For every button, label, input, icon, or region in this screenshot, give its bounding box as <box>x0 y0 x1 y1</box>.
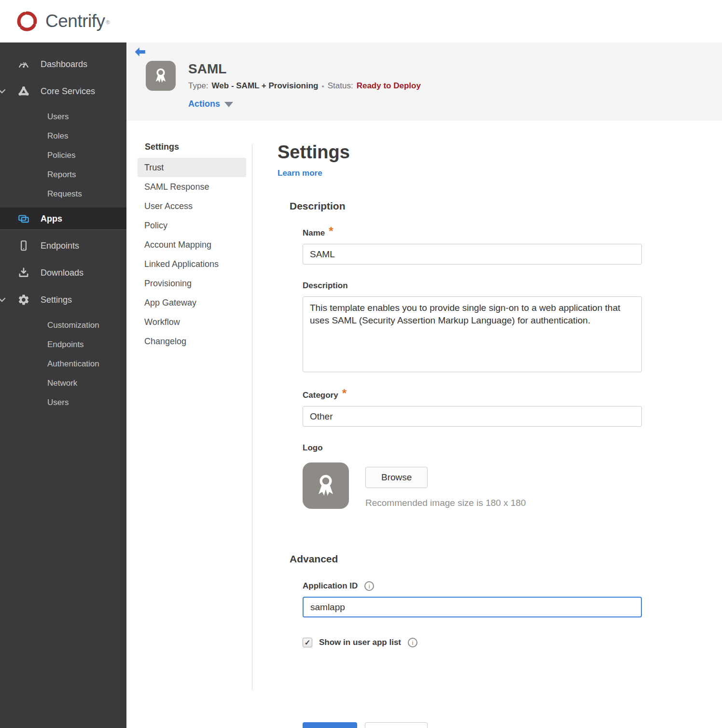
status-value: Ready to Deploy <box>357 81 421 91</box>
show-in-user-app-list-checkbox[interactable]: ✓ <box>303 638 312 647</box>
category-input[interactable] <box>303 406 642 427</box>
sidebar-item-endpoints[interactable]: Endpoints <box>0 235 126 257</box>
caret-down-icon <box>224 102 233 107</box>
description-section-heading: Description <box>290 200 642 212</box>
app-title: SAML <box>188 61 421 77</box>
settings-subnav: Customization Endpoints Authentication N… <box>0 316 126 412</box>
sidebar-item-policies[interactable]: Policies <box>0 146 126 165</box>
core-services-icon <box>17 85 30 98</box>
description-textarea[interactable]: This template enables you to provide sin… <box>303 296 642 372</box>
name-label: Name <box>303 228 325 238</box>
settings-icon <box>17 294 30 306</box>
subnav-item-account-mapping[interactable]: Account Mapping <box>138 235 246 254</box>
required-asterisk: * <box>342 391 347 396</box>
app-header: SAML Type: Web - SAML + Provisioning • S… <box>126 42 722 121</box>
sidebar-item-customization[interactable]: Customization <box>0 316 126 335</box>
name-input[interactable] <box>303 244 642 265</box>
sidebar-item-label: Apps <box>41 214 62 224</box>
subnav-item-provisioning[interactable]: Provisioning <box>138 274 246 293</box>
show-in-user-app-list-label: Show in user app list <box>319 638 401 647</box>
centrify-logo: Centrify® <box>14 9 110 34</box>
topbar: Centrify® <box>0 0 722 42</box>
subnav-item-linked-applications[interactable]: Linked Applications <box>138 254 246 274</box>
sidebar-item-apps[interactable]: Apps <box>0 208 126 230</box>
sidebar-item-reports[interactable]: Reports <box>0 165 126 184</box>
page-title: Settings <box>278 142 642 163</box>
sidebar-item-dashboards[interactable]: Dashboards <box>0 53 126 75</box>
sidebar-item-settings[interactable]: Settings <box>0 289 126 311</box>
sidebar: Dashboards Core Services Users <box>0 42 126 728</box>
application-id-label: Application ID <box>303 581 358 591</box>
sidebar-item-label: Core Services <box>41 86 95 97</box>
sidebar-item-authentication[interactable]: Authentication <box>0 354 126 374</box>
advanced-section-heading: Advanced <box>290 553 642 565</box>
subnav-title: Settings <box>145 142 252 152</box>
sidebar-item-users-settings[interactable]: Users <box>0 393 126 412</box>
apps-icon <box>17 212 30 225</box>
centrify-swirl-icon <box>14 9 40 34</box>
browse-button[interactable]: Browse <box>365 467 428 488</box>
content: SAML Type: Web - SAML + Provisioning • S… <box>126 42 722 728</box>
learn-more-link[interactable]: Learn more <box>278 168 322 178</box>
sidebar-item-network[interactable]: Network <box>0 374 126 393</box>
status-label: Status: <box>328 81 353 91</box>
required-asterisk: * <box>329 228 333 234</box>
cancel-button[interactable]: Cancel <box>365 722 428 728</box>
app-meta: Type: Web - SAML + Provisioning • Status… <box>188 81 421 91</box>
type-value: Web - SAML + Provisioning <box>212 81 319 91</box>
info-icon[interactable]: i <box>408 638 417 647</box>
dashboard-icon <box>17 58 30 70</box>
subnav-item-workflow[interactable]: Workflow <box>138 312 246 332</box>
application-id-input[interactable] <box>303 597 642 617</box>
ribbon-icon <box>312 472 340 500</box>
logo-preview <box>303 462 349 509</box>
downloads-icon <box>17 266 30 279</box>
registered-mark: ® <box>106 19 110 25</box>
sidebar-item-label: Endpoints <box>41 241 79 251</box>
sidebar-item-roles[interactable]: Roles <box>0 126 126 146</box>
sidebar-item-users[interactable]: Users <box>0 107 126 126</box>
logo-size-hint: Recommended image size is 180 x 180 <box>365 498 526 508</box>
sidebar-item-label: Dashboards <box>41 59 87 70</box>
subnav-item-app-gateway[interactable]: App Gateway <box>138 293 246 312</box>
brand-name: Centrify <box>45 11 105 31</box>
subnav-item-saml-response[interactable]: SAML Response <box>138 177 246 196</box>
sidebar-item-endpoints-settings[interactable]: Endpoints <box>0 335 126 354</box>
type-label: Type: <box>188 81 208 91</box>
sidebar-item-requests[interactable]: Requests <box>0 184 126 204</box>
sidebar-item-label: Settings <box>41 295 72 305</box>
back-arrow-icon[interactable] <box>135 47 146 59</box>
app-logo-icon <box>146 61 176 91</box>
actions-label: Actions <box>188 99 220 109</box>
meta-separator: • <box>321 82 324 90</box>
subnav-item-changelog[interactable]: Changelog <box>138 332 246 351</box>
description-label: Description <box>303 281 348 291</box>
actions-menu-button[interactable]: Actions <box>188 99 421 109</box>
chevron-down-icon[interactable] <box>0 296 6 306</box>
core-services-subnav: Users Roles Policies Reports Requests <box>0 107 126 204</box>
ribbon-icon <box>151 66 170 85</box>
settings-subnav-panel: Settings Trust SAML Response User Access… <box>126 142 252 728</box>
logo-label: Logo <box>303 443 323 453</box>
sidebar-item-core-services[interactable]: Core Services <box>0 80 126 102</box>
subnav-item-user-access[interactable]: User Access <box>138 196 246 216</box>
category-label: Category <box>303 391 338 400</box>
chevron-down-icon[interactable] <box>0 87 6 98</box>
subnav-item-trust[interactable]: Trust <box>138 158 246 177</box>
sidebar-item-label: Downloads <box>41 268 83 278</box>
save-button[interactable]: Save <box>303 722 357 728</box>
page: Centrify® Dashboards <box>0 0 722 728</box>
subnav-item-policy[interactable]: Policy <box>138 216 246 235</box>
endpoints-icon <box>17 239 30 252</box>
info-icon[interactable]: i <box>364 581 374 591</box>
main-panel: Settings Learn more Description Name * D… <box>252 142 642 728</box>
sidebar-item-downloads[interactable]: Downloads <box>0 262 126 284</box>
